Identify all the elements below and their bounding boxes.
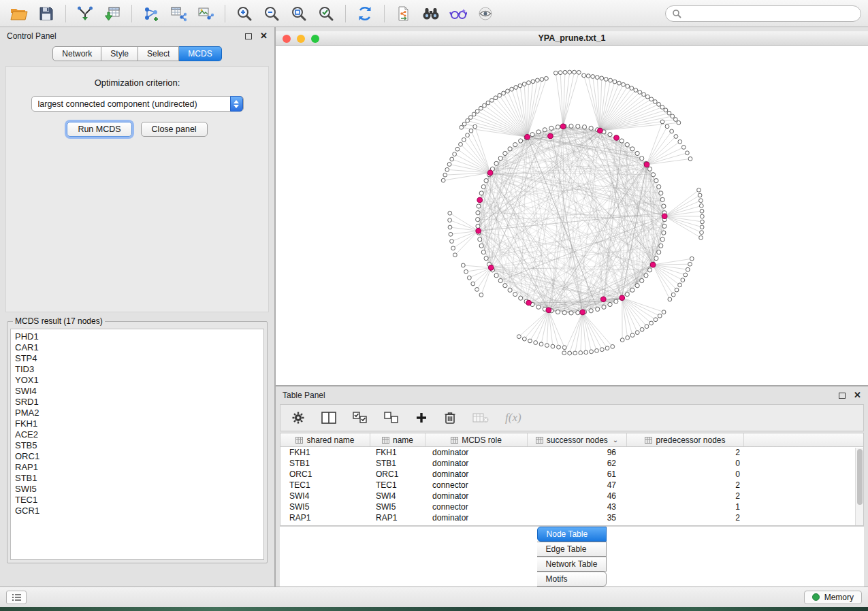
network-node[interactable]	[551, 344, 555, 348]
network-node[interactable]	[614, 299, 618, 303]
network-node[interactable]	[553, 71, 558, 75]
network-node[interactable]	[481, 250, 485, 254]
mcds-dominator-node[interactable]	[662, 214, 667, 219]
network-node[interactable]	[576, 310, 580, 314]
network-node[interactable]	[644, 274, 648, 278]
network-node[interactable]	[699, 235, 703, 240]
mcds-dominator-node[interactable]	[477, 197, 483, 203]
network-node[interactable]	[659, 244, 663, 248]
unselect-all-button[interactable]	[384, 412, 399, 424]
mcds-result-list[interactable]: PHD1CAR1STP4TID3YOX1SWI4SRD1PMA2FKH1ACE2…	[10, 329, 264, 560]
mcds-result-item[interactable]: YOX1	[15, 375, 259, 386]
tab-node-table[interactable]: Node Table	[537, 527, 607, 542]
network-node[interactable]	[630, 147, 634, 151]
network-node[interactable]	[654, 178, 658, 182]
network-node[interactable]	[657, 102, 661, 106]
network-node[interactable]	[645, 325, 649, 329]
network-node[interactable]	[503, 151, 507, 155]
network-node[interactable]	[568, 70, 572, 74]
network-node[interactable]	[498, 156, 502, 161]
mcds-dominator-node[interactable]	[620, 295, 625, 301]
tab-network[interactable]: Network	[52, 46, 101, 61]
network-node[interactable]	[462, 122, 466, 126]
network-node[interactable]	[602, 305, 606, 309]
network-node[interactable]	[681, 278, 685, 282]
network-node[interactable]	[630, 288, 634, 292]
network-node[interactable]	[596, 307, 600, 311]
tab-edge-table[interactable]: Edge Table	[537, 542, 607, 557]
network-node[interactable]	[441, 178, 445, 182]
network-node[interactable]	[630, 86, 634, 90]
network-node[interactable]	[634, 88, 638, 93]
network-node[interactable]	[481, 184, 485, 188]
network-node[interactable]	[508, 147, 512, 151]
network-node[interactable]	[638, 90, 642, 95]
network-node[interactable]	[681, 146, 686, 150]
select-all-button[interactable]	[353, 412, 368, 424]
table-row[interactable]: ORC1ORC1dominator610	[280, 469, 863, 480]
refresh-button[interactable]	[353, 3, 377, 24]
network-node[interactable]	[667, 111, 671, 115]
network-node[interactable]	[657, 250, 661, 254]
network-node[interactable]	[483, 103, 487, 108]
network-node[interactable]	[445, 167, 449, 171]
close-table-panel-icon[interactable]: ✕	[854, 392, 861, 399]
network-node[interactable]	[522, 337, 526, 341]
network-node[interactable]	[573, 351, 577, 355]
network-node[interactable]	[517, 335, 521, 339]
network-node[interactable]	[604, 78, 608, 82]
network-node[interactable]	[450, 157, 454, 161]
network-node[interactable]	[543, 128, 547, 132]
network-node[interactable]	[674, 135, 678, 139]
import-network-button[interactable]	[73, 3, 97, 24]
zoom-in-button[interactable]	[232, 3, 257, 24]
network-node[interactable]	[464, 269, 468, 274]
search-objects-button[interactable]	[419, 3, 443, 24]
network-node[interactable]	[536, 305, 541, 309]
network-from-table-button[interactable]	[166, 3, 191, 24]
export-image-button[interactable]	[193, 3, 218, 24]
maximize-window-icon[interactable]	[311, 35, 319, 43]
network-node[interactable]	[472, 112, 476, 116]
network-node[interactable]	[605, 346, 609, 350]
network-node[interactable]	[476, 224, 480, 228]
network-node[interactable]	[657, 184, 661, 188]
mcds-dominator-node[interactable]	[525, 134, 530, 139]
network-node[interactable]	[662, 231, 666, 235]
mcds-result-item[interactable]: RAP1	[15, 462, 259, 473]
network-node[interactable]	[613, 80, 617, 84]
network-node[interactable]	[528, 339, 532, 343]
column-header-name[interactable]: name	[370, 433, 425, 446]
network-node[interactable]	[510, 87, 514, 91]
network-node[interactable]	[530, 133, 534, 137]
network-node[interactable]	[503, 284, 507, 288]
network-node[interactable]	[662, 224, 666, 228]
mcds-dominator-node[interactable]	[489, 265, 494, 271]
network-node[interactable]	[600, 348, 604, 352]
network-node[interactable]	[449, 232, 453, 236]
network-node[interactable]	[527, 81, 531, 85]
network-node[interactable]	[502, 91, 506, 95]
network-node[interactable]	[582, 73, 586, 78]
network-node[interactable]	[626, 335, 630, 340]
network-node[interactable]	[654, 318, 658, 322]
network-node[interactable]	[498, 278, 502, 282]
network-node[interactable]	[678, 283, 682, 287]
network-node[interactable]	[576, 124, 580, 128]
tab-style[interactable]: Style	[101, 46, 138, 61]
network-node[interactable]	[686, 267, 690, 271]
network-node[interactable]	[660, 120, 664, 124]
network-node[interactable]	[484, 178, 488, 182]
network-node[interactable]	[466, 133, 470, 137]
network-node[interactable]	[475, 110, 479, 114]
network-node[interactable]	[450, 240, 454, 244]
network-node[interactable]	[447, 163, 451, 167]
network-node[interactable]	[595, 349, 599, 353]
column-header-predecessor-nodes[interactable]: predecessor nodes	[627, 433, 744, 446]
tab-motifs[interactable]: Motifs	[537, 572, 607, 587]
network-node[interactable]	[697, 188, 701, 192]
mcds-result-item[interactable]: PHD1	[15, 331, 259, 342]
mcds-result-item[interactable]: FKH1	[15, 418, 259, 429]
mcds-result-item[interactable]: ORC1	[15, 451, 259, 462]
network-node[interactable]	[518, 84, 522, 88]
